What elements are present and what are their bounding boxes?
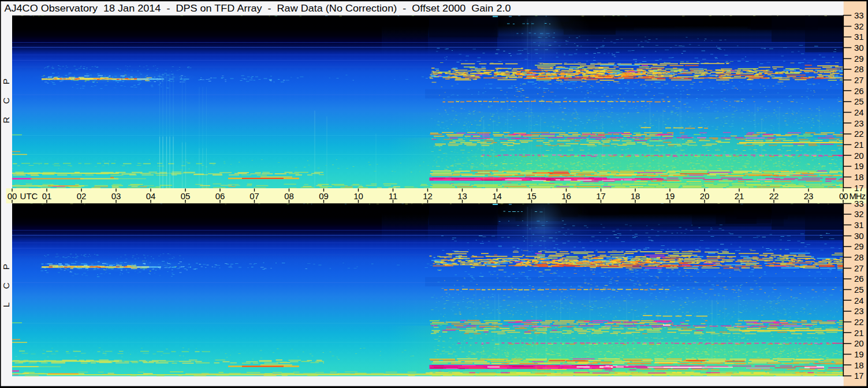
- svg-text:17: 17: [596, 191, 606, 201]
- svg-text:20: 20: [854, 151, 864, 161]
- svg-text:P: P: [1, 264, 11, 270]
- svg-text:22: 22: [769, 191, 779, 201]
- svg-text:26: 26: [854, 86, 864, 96]
- svg-text:30: 30: [854, 43, 864, 53]
- svg-text:18: 18: [631, 191, 640, 201]
- svg-text:C: C: [1, 98, 11, 104]
- svg-text:23: 23: [854, 306, 864, 316]
- svg-text:19: 19: [665, 191, 675, 201]
- svg-text:04: 04: [146, 191, 156, 201]
- svg-text:P: P: [1, 79, 11, 84]
- svg-text:21: 21: [854, 140, 864, 150]
- svg-text:28: 28: [854, 64, 864, 74]
- svg-text:30: 30: [854, 231, 864, 241]
- svg-text:C: C: [1, 282, 11, 289]
- svg-text:29: 29: [854, 241, 864, 251]
- svg-text:21: 21: [735, 191, 744, 201]
- svg-text:18: 18: [854, 172, 864, 182]
- svg-text:07: 07: [249, 191, 259, 201]
- svg-text:28: 28: [854, 252, 864, 262]
- svg-text:08: 08: [284, 191, 294, 201]
- svg-text:18: 18: [854, 360, 864, 370]
- svg-text:12: 12: [423, 191, 433, 201]
- svg-text:00: 00: [8, 191, 17, 201]
- svg-text:32: 32: [854, 21, 864, 31]
- svg-text:05: 05: [181, 191, 191, 201]
- svg-text:22: 22: [854, 317, 864, 327]
- svg-text:27: 27: [854, 75, 864, 85]
- svg-text:17: 17: [854, 371, 864, 380]
- svg-text:14: 14: [492, 191, 502, 201]
- svg-text:33: 33: [854, 10, 864, 20]
- svg-text:16: 16: [561, 191, 571, 201]
- svg-text:20: 20: [700, 191, 710, 201]
- svg-text:15: 15: [527, 191, 537, 201]
- svg-text:13: 13: [457, 191, 467, 201]
- svg-text:00 MHz: 00 MHz: [839, 191, 866, 201]
- svg-text:L: L: [1, 302, 11, 307]
- svg-text:21: 21: [854, 328, 864, 338]
- svg-text:23: 23: [804, 191, 814, 201]
- svg-text:31: 31: [854, 32, 864, 42]
- svg-text:10: 10: [353, 191, 363, 201]
- svg-text:09: 09: [319, 191, 329, 201]
- svg-text:19: 19: [854, 349, 864, 359]
- svg-text:19: 19: [854, 161, 864, 171]
- svg-text:AJ4CO Observatory 18 Jan 2014: AJ4CO Observatory 18 Jan 2014 - DPS on T…: [5, 3, 511, 13]
- svg-text:03: 03: [111, 191, 121, 201]
- svg-text:06: 06: [215, 191, 225, 201]
- svg-text:11: 11: [389, 191, 398, 201]
- svg-text:22: 22: [854, 129, 864, 139]
- svg-text:24: 24: [854, 296, 864, 305]
- svg-text:27: 27: [854, 263, 864, 273]
- svg-text:32: 32: [854, 209, 864, 219]
- svg-text:R: R: [1, 117, 11, 123]
- svg-text:20: 20: [854, 338, 864, 348]
- svg-text:02: 02: [77, 191, 87, 201]
- svg-text:31: 31: [854, 220, 864, 230]
- svg-text:25: 25: [854, 285, 864, 294]
- svg-text:23: 23: [854, 118, 864, 128]
- svg-text:UTC: UTC: [20, 191, 38, 201]
- svg-text:25: 25: [854, 96, 864, 106]
- svg-text:01: 01: [42, 191, 52, 201]
- svg-text:24: 24: [854, 107, 864, 117]
- svg-text:29: 29: [854, 54, 864, 64]
- svg-text:26: 26: [854, 274, 864, 283]
